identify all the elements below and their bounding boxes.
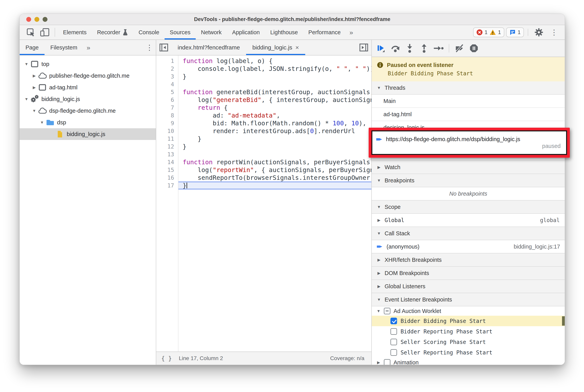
code-line-3[interactable]: 3} xyxy=(156,72,371,80)
tab-console[interactable]: Console xyxy=(133,25,164,40)
tree-item-top[interactable]: ▼top xyxy=(20,58,156,70)
section-xhr-breakpoints[interactable]: ▶XHR/fetch Breakpoints xyxy=(372,253,565,267)
chevron-down-icon[interactable]: ▼ xyxy=(39,120,45,125)
close-window-button[interactable] xyxy=(26,17,31,22)
tree-item-bidding-logic-js[interactable]: bidding_logic.js xyxy=(20,128,156,140)
frame-location[interactable]: bidding_logic.js:17 xyxy=(514,244,560,250)
tab-sources[interactable]: Sources xyxy=(165,25,196,40)
listener-breakpoint-bidder-bidding-phase-start[interactable]: Bidder Bidding Phase Start xyxy=(372,316,565,326)
code-line-10[interactable]: 10 render: interestGroup.ads[0].renderUr… xyxy=(156,127,371,135)
listener-group-animation[interactable]: ▶Animation xyxy=(372,358,565,365)
editor-tab-bidding-logic-js[interactable]: bidding_logic.js× xyxy=(246,40,305,55)
tab-performance[interactable]: Performance xyxy=(303,25,346,40)
code-line-text: ad: "ad-metadata", xyxy=(178,112,371,119)
listener-breakpoint-bidder-reporting-phase-start[interactable]: Bidder Reporting Phase Start xyxy=(372,326,565,337)
section-title: Call Stack xyxy=(385,230,410,237)
checkbox[interactable] xyxy=(390,349,397,356)
listener-group-ad-auction-worklet[interactable]: ▼Ad Auction Worklet xyxy=(372,306,565,316)
chevron-right-icon[interactable]: ▶ xyxy=(31,74,37,78)
thread-item[interactable]: Main xyxy=(372,94,565,108)
section-dom-breakpoints[interactable]: ▶DOM Breakpoints xyxy=(372,267,565,280)
section-breakpoints[interactable]: ▼Breakpoints xyxy=(372,174,565,187)
code-line-6[interactable]: 6 log("generateBid", { interestGroup, au… xyxy=(156,96,371,104)
tree-item-publisher-fledge-demo-glitch-me[interactable]: ▶publisher-fledge-demo.glitch.me xyxy=(20,70,156,82)
code-line-4[interactable]: 4 xyxy=(156,80,371,88)
chevron-down-icon[interactable]: ▼ xyxy=(23,97,30,102)
code-line-17[interactable]: 17} xyxy=(156,182,371,190)
section-scope[interactable]: ▼Scope xyxy=(372,200,565,214)
devtools-menu-icon[interactable]: ⋮ xyxy=(548,28,561,36)
thread-item[interactable]: ad-tag.html xyxy=(372,108,565,121)
chevron-right-icon[interactable]: ▶ xyxy=(377,218,381,222)
messages-badge[interactable]: 1 xyxy=(506,28,524,37)
code-line-7[interactable]: 7 return { xyxy=(156,104,371,112)
tab-lighthouse[interactable]: Lighthouse xyxy=(265,25,303,40)
chevron-right-icon[interactable]: ▶ xyxy=(31,85,37,90)
chevron-down-icon[interactable]: ▼ xyxy=(376,309,381,313)
code-line-5[interactable]: 5function generateBid(interestGroup, auc… xyxy=(156,88,371,96)
checkbox[interactable] xyxy=(390,318,397,324)
hide-navigator-icon[interactable] xyxy=(156,40,171,55)
code-line-14[interactable]: 14function reportWin(auctionSignals, per… xyxy=(156,158,371,166)
navigator-tab-page[interactable]: Page xyxy=(20,40,44,55)
code-line-8[interactable]: 8 ad: "ad-metadata", xyxy=(156,112,371,119)
code-line-9[interactable]: 9 bid: Math.floor(Math.random() * 100, 1… xyxy=(156,119,371,127)
section-global-listeners[interactable]: ▶Global Listeners xyxy=(372,280,565,293)
code-line-11[interactable]: 11 } xyxy=(156,135,371,143)
chevron-down-icon[interactable]: ▼ xyxy=(31,108,37,113)
step-button[interactable] xyxy=(431,41,446,56)
navigator-menu-icon[interactable]: ⋮ xyxy=(143,40,156,55)
section-threads[interactable]: ▼Threads xyxy=(372,81,565,94)
tree-item-dsp-fledge-demo-glitch-me[interactable]: ▼dsp-fledge-demo.glitch.me xyxy=(20,105,156,116)
resume-script-button[interactable] xyxy=(374,41,388,56)
tab-elements[interactable]: Elements xyxy=(58,25,92,40)
checkbox[interactable] xyxy=(384,308,390,314)
more-navigator-tabs-icon[interactable]: » xyxy=(83,40,94,55)
pause-on-exceptions-button[interactable] xyxy=(467,41,481,56)
listener-breakpoint-seller-reporting-phase-start[interactable]: Seller Reporting Phase Start xyxy=(372,347,565,358)
code-line-12[interactable]: 12} xyxy=(156,143,371,150)
minimize-window-button[interactable] xyxy=(34,17,39,22)
issues-badge[interactable]: 1 1 xyxy=(473,28,504,37)
step-over-button[interactable] xyxy=(388,41,403,56)
editor-tab-index-html-fencedframe[interactable]: index.html?fencedframe xyxy=(171,40,246,55)
section-event-listener-breakpoints[interactable]: ▼Event Listener Breakpoints xyxy=(372,293,565,306)
code-line-2[interactable]: 2 console.log(label, JSON.stringify(o, "… xyxy=(156,65,371,72)
listener-breakpoint-seller-scoring-phase-start[interactable]: Seller Scoring Phase Start xyxy=(372,337,565,347)
code-line-13[interactable]: 13 xyxy=(156,150,371,158)
checkbox[interactable] xyxy=(384,359,390,365)
navigator-tab-filesystem[interactable]: Filesystem xyxy=(44,40,83,55)
call-stack-frame[interactable]: (anonymous)bidding_logic.js:17 xyxy=(372,240,565,254)
close-icon[interactable]: × xyxy=(295,44,299,51)
device-toolbar-icon[interactable] xyxy=(37,25,52,40)
titlebar[interactable]: DevTools - publisher-fledge-demo.glitch.… xyxy=(20,14,565,25)
tree-item-ad-tag-html[interactable]: ▶ad-tag.html xyxy=(20,82,156,93)
deactivate-breakpoints-button[interactable] xyxy=(452,41,467,56)
checkbox[interactable] xyxy=(390,328,397,335)
code-line-1[interactable]: 1function log(label, o) { xyxy=(156,57,371,65)
section-call-stack[interactable]: ▼Call Stack xyxy=(372,226,565,240)
code-line-15[interactable]: 15 log("reportWin", { auctionSignals, pe… xyxy=(156,166,371,174)
pretty-print-icon[interactable]: { } xyxy=(161,355,172,362)
checkbox[interactable] xyxy=(390,339,397,345)
scope-row[interactable]: ▶Globalglobal xyxy=(372,214,565,227)
chevron-down-icon[interactable]: ▼ xyxy=(23,62,30,66)
step-into-button[interactable] xyxy=(403,41,417,56)
tab-network[interactable]: Network xyxy=(196,25,227,40)
settings-gear-icon[interactable] xyxy=(532,28,546,37)
zoom-window-button[interactable] xyxy=(42,17,47,22)
show-debugger-icon[interactable] xyxy=(356,40,371,55)
tree-item-dsp[interactable]: ▼dsp xyxy=(20,116,156,128)
paused-thread-row[interactable]: https://dsp-fledge-demo.glitch.me/dsp/bi… xyxy=(371,130,567,155)
section-watch[interactable]: ▶Watch xyxy=(372,160,565,174)
tab-recorder[interactable]: Recorder xyxy=(92,25,133,40)
chevron-right-icon[interactable]: ▶ xyxy=(376,360,381,365)
more-panels-icon[interactable]: » xyxy=(346,25,357,40)
step-out-button[interactable] xyxy=(417,41,431,56)
code-line-16[interactable]: 16 sendReportTo(browserSignals.interestG… xyxy=(156,174,371,182)
code-editor[interactable]: 1function log(label, o) {2 console.log(l… xyxy=(156,56,371,352)
tree-item-bidding-logic-js[interactable]: ▼bidding_logic.js xyxy=(20,93,156,105)
section-title: Event Listener Breakpoints xyxy=(385,296,452,303)
inspect-element-icon[interactable] xyxy=(24,25,37,40)
tab-application[interactable]: Application xyxy=(227,25,265,40)
